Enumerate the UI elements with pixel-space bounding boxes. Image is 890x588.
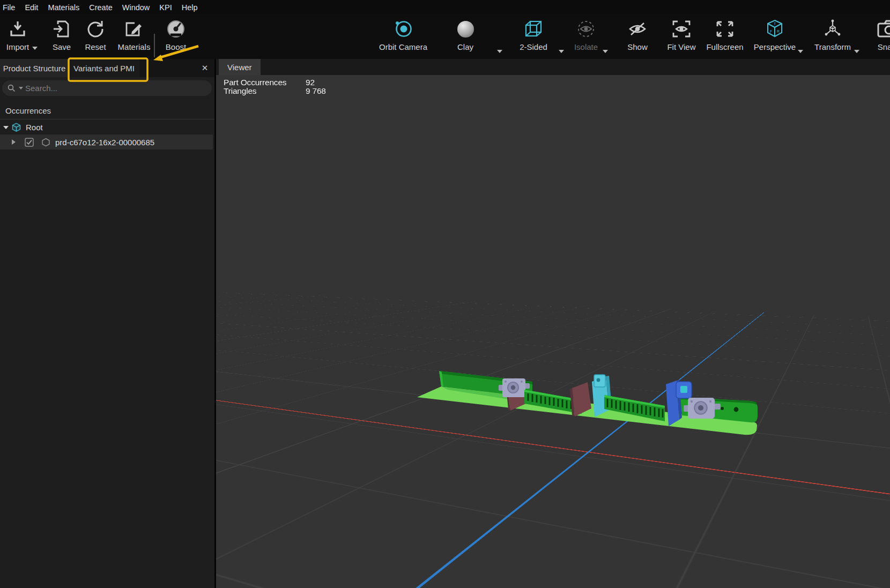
menu-help[interactable]: Help (177, 1, 203, 14)
part-hexagon-icon (41, 138, 50, 147)
ground-grid (216, 75, 890, 588)
search-input[interactable] (25, 84, 186, 93)
isolate-button[interactable]: Isolate (557, 18, 615, 51)
snapshot-camera-icon (859, 18, 890, 40)
perspective-button[interactable]: T F R Perspective (745, 18, 804, 51)
tree-row-root[interactable]: Root (0, 120, 213, 135)
transform-dropdown-caret[interactable] (854, 50, 859, 53)
menu-create[interactable]: Create (84, 1, 117, 14)
search-icon (8, 84, 16, 92)
tab-variants-and-pmi[interactable]: Variants and PMI (69, 59, 139, 77)
snapshot-button[interactable]: Snaps (859, 18, 890, 51)
stat-label: Triangles (224, 87, 306, 95)
clay-dropdown-caret[interactable] (497, 50, 502, 53)
transform-icon (803, 18, 862, 40)
section-divider (0, 119, 214, 120)
viewport-3d[interactable]: Part Occurrences 92 Triangles 9 768 (216, 75, 890, 588)
svg-text:F: F (770, 29, 772, 33)
svg-text:R: R (777, 29, 780, 33)
isolate-dropdown-caret[interactable] (603, 50, 608, 53)
menu-file[interactable]: File (0, 1, 20, 14)
panel-tab-bar: Product Structure Variants and PMI ✕ (0, 59, 214, 77)
stat-label: Part Occurrences (224, 78, 306, 87)
menu-materials[interactable]: Materials (43, 1, 84, 14)
isolate-icon (557, 18, 615, 40)
stat-value: 92 (306, 78, 315, 87)
two-sided-cube-icon (504, 18, 563, 40)
x-axis-red (216, 328, 890, 541)
tree-part-label: prd-c67o12-16x2-00000685 (55, 138, 154, 147)
expand-collapse-icon[interactable] (3, 126, 9, 132)
stat-value: 9 768 (306, 87, 326, 95)
structure-panel: Product Structure Variants and PMI ✕ Occ… (0, 59, 214, 588)
toolbar: Import Save Reset Materials (0, 14, 890, 59)
expand-icon[interactable] (12, 139, 18, 145)
search-box[interactable] (2, 80, 212, 96)
panel-close-icon[interactable]: ✕ (199, 63, 210, 73)
perspective-cube-icon: T F R (745, 18, 804, 40)
tree-row-part[interactable]: prd-c67o12-16x2-00000685 (0, 135, 213, 150)
tab-product-structure[interactable]: Product Structure (0, 59, 69, 77)
occurrences-section-title: Occurrences (5, 106, 51, 115)
checkbox-checked[interactable] (25, 138, 34, 147)
viewer-stats: Part Occurrences 92 Triangles 9 768 (224, 78, 326, 95)
orbit-camera-icon (374, 18, 433, 40)
menu-window[interactable]: Window (117, 1, 155, 14)
viewer-tab-bar: Viewer (216, 59, 890, 75)
menu-bar: File Edit Materials Create Window KPI He… (0, 0, 890, 14)
svg-text:T: T (774, 22, 776, 26)
clay-sphere-icon (436, 18, 495, 40)
menu-kpi[interactable]: KPI (154, 1, 176, 14)
search-filter-caret[interactable] (19, 87, 23, 92)
clay-button[interactable]: Clay (436, 18, 495, 51)
two-sided-button[interactable]: 2-Sided (504, 18, 563, 51)
menu-edit[interactable]: Edit (20, 1, 43, 14)
z-axis-blue (263, 312, 764, 588)
tree-root-label: Root (26, 123, 43, 132)
assembly-cube-icon (12, 123, 21, 132)
viewer-pane: Viewer (216, 59, 890, 588)
boost-button[interactable]: Boost (146, 18, 205, 51)
perspective-dropdown-caret[interactable] (798, 50, 803, 53)
tab-viewer[interactable]: Viewer (219, 59, 261, 75)
boost-gauge-icon (146, 18, 205, 40)
orbit-camera-button[interactable]: Orbit Camera (374, 18, 433, 51)
transform-button[interactable]: Transform (803, 18, 862, 51)
